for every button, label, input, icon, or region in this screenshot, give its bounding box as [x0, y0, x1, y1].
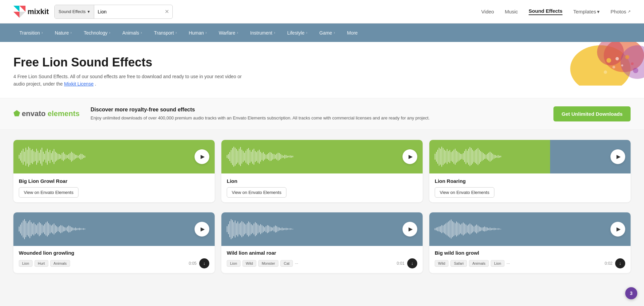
tag-animals[interactable]: Animals [50, 260, 70, 267]
search-type-button[interactable]: Sound Effects ▾ [55, 5, 95, 18]
card-tags-wounded: Lion Hurt Animals [19, 260, 70, 267]
play-button-wild-lion[interactable]: ▶ [402, 222, 417, 237]
svg-marker-2 [13, 12, 19, 18]
category-more[interactable]: More [341, 23, 364, 42]
category-warfare[interactable]: Warfare › [213, 23, 244, 42]
play-button-big-wild-lion[interactable]: ▶ [610, 222, 625, 237]
duration-wounded: 0:05 [189, 261, 197, 266]
nav-sound-effects[interactable]: Sound Effects [529, 8, 562, 15]
card-title-lion: Lion [227, 178, 417, 184]
top-cards-section: ▶ Big Lion Growl Roar View on Envato Ele… [0, 130, 644, 212]
nav-photos[interactable]: Photos ↗ [610, 9, 631, 14]
duration-wild: 0:01 [397, 261, 405, 266]
tag-hurt[interactable]: Hurt [35, 260, 48, 267]
svg-point-15 [604, 70, 607, 74]
tag-wild-2[interactable]: Wild [435, 260, 448, 267]
play-button-wounded-lion[interactable]: ▶ [195, 222, 209, 237]
waveform-lion: ▶ [221, 140, 423, 173]
chevron-icon: › [274, 31, 275, 35]
view-envato-button-3[interactable]: View on Envato Elements [435, 187, 494, 198]
play-button-big-lion[interactable]: ▶ [195, 149, 209, 164]
tag-safari[interactable]: Safari [450, 260, 467, 267]
download-button-wounded[interactable]: ↓ [199, 258, 209, 268]
view-envato-button-2[interactable]: View on Envato Elements [227, 187, 286, 198]
get-unlimited-downloads-button[interactable]: Get Unlimited Downloads [553, 106, 631, 121]
category-animals[interactable]: Animals › [116, 23, 148, 42]
card-title-wounded: Wounded lion growling [19, 250, 209, 256]
play-button-lion-roaring[interactable]: ▶ [610, 149, 625, 164]
category-game[interactable]: Game › [313, 23, 341, 42]
svg-point-11 [625, 55, 629, 59]
category-technology[interactable]: Technology › [78, 23, 116, 42]
card-meta-wild: 0:01 ↓ [397, 258, 417, 268]
chevron-icon: › [109, 31, 110, 35]
svg-point-13 [606, 58, 611, 63]
category-technology-label: Technology [84, 30, 108, 36]
sound-card-lion-roaring: ▶ Lion Roaring View on Envato Elements [429, 140, 631, 202]
tag-lion[interactable]: Lion [19, 260, 33, 267]
category-human-label: Human [189, 30, 204, 36]
header: mixkit Sound Effects ▾ ✕ Video Music Sou… [0, 0, 644, 23]
logo[interactable]: mixkit [13, 6, 49, 18]
category-nature[interactable]: Nature › [49, 23, 77, 42]
card-footer-wounded: Wounded lion growling Lion Hurt Animals … [13, 246, 215, 273]
category-game-label: Game [319, 30, 332, 36]
envato-subtitle: Enjoy unlimited downloads of over 400,00… [91, 115, 543, 121]
waveform-bars [435, 147, 610, 167]
tag-cat[interactable]: Cat [280, 260, 293, 267]
envato-banner: ⬟ envatoelements Discover more royalty-f… [0, 98, 644, 130]
tag-more-bigwild[interactable]: ··· [506, 261, 510, 266]
logo-icon [13, 6, 25, 18]
play-icon: ▶ [201, 153, 205, 160]
play-icon: ▶ [409, 226, 413, 232]
download-icon: ↓ [203, 261, 206, 266]
category-nature-label: Nature [55, 30, 69, 36]
view-envato-button-1[interactable]: View on Envato Elements [19, 187, 78, 198]
tag-wild[interactable]: Wild [243, 260, 256, 267]
category-lifestyle[interactable]: Lifestyle › [281, 23, 313, 42]
bottom-cards-grid: ▶ Wounded lion growling Lion Hurt Animal… [13, 212, 631, 273]
category-transition[interactable]: Transition › [13, 23, 49, 42]
card-meta-bigwild: 0:02 ↓ [605, 258, 625, 268]
download-button-bigwild[interactable]: ↓ [615, 258, 625, 268]
nav-music[interactable]: Music [505, 9, 518, 14]
waveform-lion-roaring: ▶ [429, 140, 631, 173]
category-animals-label: Animals [122, 30, 139, 36]
mixkit-license-link[interactable]: Mixkit License [64, 81, 94, 87]
hero-description: 4 Free Lion Sound Effects. All of our so… [13, 73, 248, 88]
category-human[interactable]: Human › [183, 23, 213, 42]
download-icon: ↓ [411, 261, 414, 266]
svg-point-9 [621, 64, 623, 66]
card-tags-bigwild: Wild Safari Animals Lion ··· [435, 260, 510, 267]
chevron-icon: › [175, 31, 176, 35]
sound-card-big-lion: ▶ Big Lion Growl Roar View on Envato Ele… [13, 140, 215, 202]
sound-card-wild-lion: ▶ Wild lion animal roar Lion Wild Monste… [221, 212, 423, 273]
svg-point-8 [615, 57, 619, 60]
nav-templates[interactable]: Templates ▾ [573, 9, 600, 15]
card-title-bigwild: Big wild lion growl [435, 250, 625, 256]
category-transport[interactable]: Transport › [148, 23, 183, 42]
search-clear-button[interactable]: ✕ [161, 8, 172, 15]
tag-more-wild[interactable]: ··· [295, 261, 298, 266]
chevron-icon: › [42, 31, 43, 35]
chevron-icon: › [70, 31, 71, 35]
search-input[interactable] [94, 9, 161, 14]
nav-photos-external: ↗ [628, 9, 631, 14]
envato-logo: ⬟ envatoelements [13, 109, 80, 118]
svg-point-10 [612, 66, 615, 68]
card-title-big-lion: Big Lion Growl Roar [19, 178, 209, 184]
tag-lion-3[interactable]: Lion [491, 260, 504, 267]
tag-animals-2[interactable]: Animals [469, 260, 489, 267]
header-nav: Video Music Sound Effects Templates ▾ Ph… [481, 8, 631, 15]
nav-video[interactable]: Video [481, 9, 494, 14]
card-title-lion-roaring: Lion Roaring [435, 178, 625, 184]
download-button-wild[interactable]: ↓ [407, 258, 417, 268]
category-instrument[interactable]: Instrument › [244, 23, 281, 42]
tag-monster[interactable]: Monster [258, 260, 278, 267]
play-icon: ▶ [201, 226, 205, 232]
waveform-bars [19, 147, 195, 167]
tag-lion-2[interactable]: Lion [227, 260, 240, 267]
play-button-lion[interactable]: ▶ [402, 149, 417, 164]
chevron-icon: › [237, 31, 238, 35]
card-title-wild: Wild lion animal roar [227, 250, 417, 256]
